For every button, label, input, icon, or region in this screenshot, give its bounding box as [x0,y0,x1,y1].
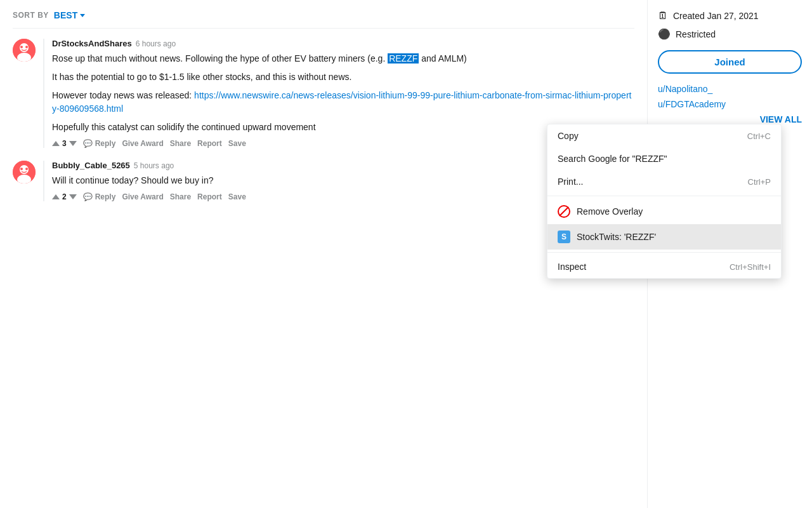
upvote-icon-2[interactable] [52,194,60,199]
joined-button[interactable]: Joined [658,50,802,74]
sidebar-users: u/Napolitano_ u/FDGTAcademy VIEW ALL [658,84,802,124]
sidebar-user-2[interactable]: u/FDGTAcademy [658,99,802,109]
no-overlay-icon [558,205,570,218]
context-search-google[interactable]: Search Google for "REZZF" [547,147,781,170]
downvote-icon[interactable] [69,141,77,146]
comment-2-votes: 2 [52,192,77,201]
print-label: Print... [558,177,583,187]
comment-1-vote-count: 3 [62,139,67,148]
downvote-icon-2[interactable] [69,194,77,199]
sort-dropdown[interactable]: BEST [54,10,85,20]
sort-label: SORT BY [13,11,49,20]
svg-point-9 [25,168,28,170]
comment-1-text2: It has the potential to go to $1-1.5 lik… [52,70,634,84]
upvote-icon[interactable] [52,141,60,146]
restricted-label: Restricted [676,29,716,39]
stocktwits-label-wrap: S StockTwits: 'REZZF' [558,231,656,243]
restricted-meta: ⚫ Restricted [658,28,802,40]
report-button-2[interactable]: Report [197,192,222,201]
inspect-shortcut: Ctrl+Shift+I [730,262,771,272]
save-button-1[interactable]: Save [228,139,246,148]
copy-label-wrap: Copy [558,131,579,141]
share-button-1[interactable]: Share [170,139,191,148]
comment-1-link-prefix: However today news was released: [52,90,194,100]
sort-bar: SORT BY BEST [13,10,634,29]
calendar-icon: 🗓 [658,10,668,22]
comment-2-username: Bubbly_Cable_5265 [52,161,130,170]
copy-shortcut: Ctrl+C [747,131,771,141]
context-menu: Copy Ctrl+C Search Google for "REZZF" Pr… [547,124,782,279]
comment-1-text3: However today news was released: https:/… [52,89,634,116]
avatar-1 [13,39,36,62]
search-google-label: Search Google for "REZZF" [558,154,667,164]
chat-icon-2: 💬 [83,192,93,201]
share-button-2[interactable]: Share [170,192,191,201]
print-label-wrap: Print... [558,177,583,187]
inspect-label: Inspect [558,262,586,272]
report-button-1[interactable]: Report [197,139,222,148]
search-google-label-wrap: Search Google for "REZZF" [558,154,667,164]
context-divider-2 [547,252,781,253]
comment-1-body: DrStocksAndShares 6 hours ago Rose up th… [43,39,634,148]
inspect-label-wrap: Inspect [558,262,586,272]
chat-icon-1: 💬 [83,139,93,148]
comment-2-time: 5 hours ago [134,161,174,170]
svg-point-8 [20,168,23,170]
copy-label: Copy [558,131,579,141]
svg-point-4 [25,46,28,48]
comment-2-block: Bubbly_Cable_5265 5 hours ago Will it co… [13,161,634,201]
comment-1-text-after: and AMLM) [419,53,466,64]
context-copy[interactable]: Copy Ctrl+C [547,124,781,147]
context-divider-1 [547,196,781,196]
print-shortcut: Ctrl+P [748,177,771,187]
comment-1-votes: 3 [52,139,77,148]
chevron-down-icon [80,14,85,17]
context-stocktwits[interactable]: S StockTwits: 'REZZF' [547,224,781,250]
remove-overlay-label: Remove Overlay [577,206,643,217]
comment-2-vote-count: 2 [62,192,67,201]
save-button-2[interactable]: Save [228,192,246,201]
svg-point-3 [20,46,23,48]
avatar-2 [13,161,36,184]
stocktwits-icon: S [558,231,570,243]
reply-button-1[interactable]: 💬 Reply [83,139,116,148]
created-meta: 🗓 Created Jan 27, 2021 [658,10,802,22]
comment-1-text-before: Rose up that much without news. Followin… [52,53,388,64]
comment-1-username: DrStocksAndShares [52,39,132,48]
comment-1-time: 6 hours ago [136,39,176,48]
context-remove-overlay[interactable]: Remove Overlay [547,199,781,224]
restricted-icon: ⚫ [658,28,671,40]
comment-1-text: Rose up that much without news. Followin… [52,52,634,65]
comment-1-header: DrStocksAndShares 6 hours ago [52,39,634,48]
context-print[interactable]: Print... Ctrl+P [547,170,781,193]
sidebar-user-1[interactable]: u/Napolitano_ [658,84,802,94]
reply-button-2[interactable]: 💬 Reply [83,192,116,201]
comment-2-body: Bubbly_Cable_5265 5 hours ago Will it co… [43,161,634,201]
give-award-button-2[interactable]: Give Award [122,192,163,201]
view-all-button[interactable]: VIEW ALL [658,114,802,124]
context-inspect[interactable]: Inspect Ctrl+Shift+I [547,255,781,278]
comment-1-block: DrStocksAndShares 6 hours ago Rose up th… [13,39,634,148]
created-label: Created Jan 27, 2021 [673,11,759,21]
highlighted-word: REZZF [388,53,419,64]
sidebar-meta: 🗓 Created Jan 27, 2021 ⚫ Restricted [658,10,802,40]
give-award-button-1[interactable]: Give Award [122,139,163,148]
remove-overlay-label-wrap: Remove Overlay [558,205,643,218]
sort-value: BEST [54,10,77,20]
stocktwits-label: StockTwits: 'REZZF' [577,232,656,242]
